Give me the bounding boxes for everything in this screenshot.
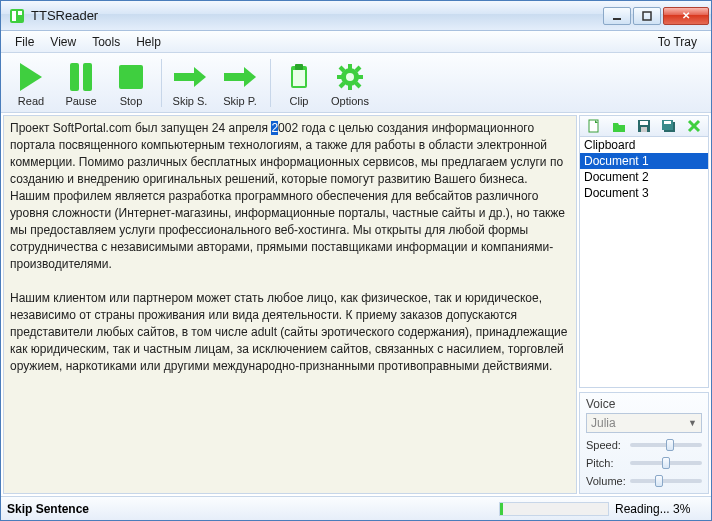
menubar: File View Tools Help To Tray <box>1 31 711 53</box>
close-button[interactable]: ✕ <box>663 7 709 25</box>
skip-paragraph-button[interactable]: Skip P. <box>216 57 264 109</box>
options-label: Options <box>331 95 369 107</box>
titlebar: TTSReader ✕ <box>1 1 711 31</box>
menu-tools[interactable]: Tools <box>84 32 128 52</box>
voice-select[interactable]: Julia ▼ <box>586 413 702 433</box>
document-list[interactable]: Clipboard Document 1 Document 2 Document… <box>579 137 709 388</box>
svg-rect-20 <box>640 121 648 125</box>
svg-line-16 <box>356 67 360 71</box>
right-sidebar: Clipboard Document 1 Document 2 Document… <box>579 115 709 494</box>
pitch-label: Pitch: <box>586 457 630 469</box>
toolbar: Read Pause Stop Skip S. Skip P. Clip Opt… <box>1 53 711 113</box>
minimize-button[interactable] <box>603 7 631 25</box>
svg-rect-24 <box>664 121 671 124</box>
text-editor[interactable]: Проект SoftPortal.com был запущен 24 апр… <box>3 115 577 494</box>
maximize-button[interactable] <box>633 7 661 25</box>
stop-button[interactable]: Stop <box>107 57 155 109</box>
separator <box>270 59 271 107</box>
clipboard-icon <box>281 59 317 95</box>
pause-icon <box>63 59 99 95</box>
menu-view[interactable]: View <box>42 32 84 52</box>
svg-line-15 <box>356 83 360 87</box>
pitch-slider[interactable] <box>630 461 702 465</box>
speed-label: Speed: <box>586 439 630 451</box>
voice-panel: Voice Julia ▼ Speed: Pitch: Volume: <box>579 392 709 494</box>
window-title: TTSReader <box>31 8 603 23</box>
document-toolbar <box>579 115 709 137</box>
svg-rect-21 <box>641 127 647 132</box>
main-area: Проект SoftPortal.com был запущен 24 апр… <box>1 113 711 496</box>
status-left: Skip Sentence <box>7 502 89 516</box>
play-icon <box>13 59 49 95</box>
skip-sentence-button[interactable]: Skip S. <box>166 57 214 109</box>
pause-button[interactable]: Pause <box>57 57 105 109</box>
read-label: Read <box>18 95 44 107</box>
progress-bar <box>499 502 609 516</box>
to-tray-button[interactable]: To Tray <box>650 32 705 52</box>
volume-label: Volume: <box>586 475 630 487</box>
stop-icon <box>113 59 149 95</box>
svg-rect-1 <box>12 11 16 21</box>
pause-label: Pause <box>65 95 96 107</box>
new-doc-icon[interactable] <box>585 118 603 134</box>
skip-paragraph-icon <box>222 59 258 95</box>
separator <box>161 59 162 107</box>
delete-doc-icon[interactable] <box>685 118 703 134</box>
document-text: Проект SoftPortal.com был запущен 24 апр… <box>10 121 571 373</box>
svg-point-9 <box>346 73 354 81</box>
volume-slider[interactable] <box>630 479 702 483</box>
svg-line-17 <box>340 83 344 87</box>
menu-help[interactable]: Help <box>128 32 169 52</box>
svg-line-14 <box>340 67 344 71</box>
clip-label: Clip <box>290 95 309 107</box>
skip-sentence-icon <box>172 59 208 95</box>
app-logo-icon <box>9 8 25 24</box>
svg-rect-4 <box>643 12 651 20</box>
statusbar: Skip Sentence Reading... 3% <box>1 496 711 520</box>
svg-rect-2 <box>18 11 22 15</box>
svg-rect-7 <box>295 64 303 70</box>
speed-slider[interactable] <box>630 443 702 447</box>
list-item[interactable]: Document 3 <box>580 185 708 201</box>
stop-label: Stop <box>120 95 143 107</box>
voice-heading: Voice <box>586 397 702 411</box>
open-doc-icon[interactable] <box>610 118 628 134</box>
options-button[interactable]: Options <box>325 57 375 109</box>
skip-p-label: Skip P. <box>223 95 256 107</box>
options-icon <box>332 59 368 95</box>
read-button[interactable]: Read <box>7 57 55 109</box>
svg-rect-3 <box>613 18 621 20</box>
clip-button[interactable]: Clip <box>275 57 323 109</box>
menu-file[interactable]: File <box>7 32 42 52</box>
save-all-icon[interactable] <box>660 118 678 134</box>
save-doc-icon[interactable] <box>635 118 653 134</box>
list-item[interactable]: Document 2 <box>580 169 708 185</box>
status-right: Reading... 3% <box>615 502 705 516</box>
skip-s-label: Skip S. <box>173 95 208 107</box>
svg-rect-6 <box>293 70 305 86</box>
list-item[interactable]: Document 1 <box>580 153 708 169</box>
voice-selected: Julia <box>591 416 616 430</box>
chevron-down-icon: ▼ <box>688 418 697 428</box>
list-item[interactable]: Clipboard <box>580 137 708 153</box>
